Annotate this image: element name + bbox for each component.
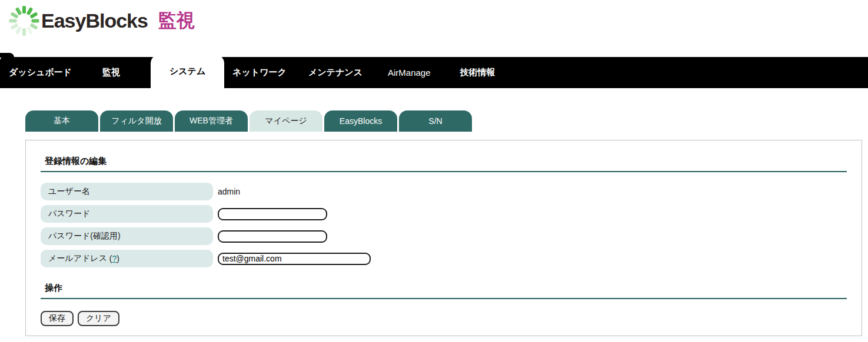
section-title-actions: 操作 [45,283,847,294]
mypage-panel: 登録情報の編集 ユーザー名 admin パスワード パスワード(確認用) メール… [25,140,862,336]
email-row: メールアドレス (?) [41,250,847,267]
password-confirm-row: パスワード(確認用) [41,227,847,245]
nav-item-dashboard[interactable]: ダッシュボード [9,57,72,88]
nav-item-system[interactable]: システム [151,54,224,88]
spinner-segment [22,6,26,14]
tab-easyblocks[interactable]: EasyBlocks [324,110,397,132]
page-header: EasyBlocks 監視 [0,0,868,57]
username-label: ユーザー名 [41,183,213,200]
password-label: パスワード [41,205,213,223]
registration-form: ユーザー名 admin パスワード パスワード(確認用) メールアドレス (?) [41,183,847,267]
nav-item-tech-info[interactable]: 技術情報 [460,57,495,88]
nav-item-network[interactable]: ネットワーク [232,57,287,88]
tab-basic[interactable]: 基本 [25,110,98,132]
email-help-link[interactable]: ? [112,254,117,263]
section-divider [41,171,847,172]
email-label: メールアドレス (?) [41,250,213,267]
spinner-segment [9,19,17,23]
password-confirm-label: パスワード(確認用) [41,227,213,245]
tab-sn[interactable]: S/N [399,110,472,132]
spinner-segment [22,28,26,36]
spinner-segment [15,26,22,35]
nav-item-airmanage[interactable]: AirManage [388,57,431,88]
tab-mypage[interactable]: マイページ [250,110,322,132]
username-value-field: admin [218,187,240,196]
easyblocks-logo: EasyBlocks 監視 [8,5,195,36]
spinner-logo-icon [8,5,40,36]
spinner-segment [32,19,39,23]
nav-item-monitoring[interactable]: 監視 [102,57,120,88]
username-value: admin [218,187,240,196]
nav-item-maintenance[interactable]: メンテナンス [308,57,363,88]
password-confirm-input[interactable] [218,230,327,243]
password-row: パスワード [41,205,847,223]
product-name: 監視 [158,8,195,33]
section-title-registration: 登録情報の編集 [45,156,847,167]
email-input[interactable] [218,253,371,265]
tab-filter-open[interactable]: フィルタ開放 [100,110,173,132]
tab-web-admin[interactable]: WEB管理者 [175,110,248,132]
system-subtabs: 基本 フィルタ開放 WEB管理者 マイページ EasyBlocks S/N [25,110,868,132]
password-input[interactable] [218,208,327,220]
save-button[interactable]: 保存 [41,311,74,326]
username-row: ユーザー名 admin [41,183,847,200]
action-buttons: 保存 クリア [41,311,847,326]
spinner-segment [29,12,38,19]
main-navbar: ダッシュボード 監視 システム ネットワーク メンテナンス AirManage … [0,57,868,88]
section-divider [41,298,847,299]
brand-name: EasyBlocks [41,9,148,32]
clear-button[interactable]: クリア [78,311,119,326]
